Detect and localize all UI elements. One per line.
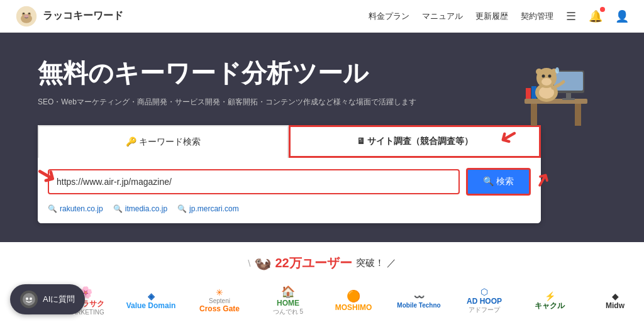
user-count-banner: \ 🦦 22万ユーザー 突破！ ／: [0, 255, 644, 272]
suggestion-mercari[interactable]: 🔍 jp.mercari.com: [177, 204, 239, 213]
svg-point-24: [548, 75, 552, 78]
banner-suffix: 突破！ ／: [356, 257, 396, 269]
partner-kyakuru[interactable]: ⚡ キャクル: [525, 291, 575, 310]
user-count: 22万ユーザー: [275, 255, 352, 272]
svg-point-32: [23, 293, 35, 306]
search-container: 🔑 キーワード検索 🖥 サイト調査（競合調査等） 🔍 検索 🔍 rakuten.…: [38, 125, 541, 223]
menu-icon[interactable]: ☰: [566, 9, 576, 23]
nav-manual[interactable]: マニュアル: [422, 11, 463, 22]
notification-badge: [600, 7, 605, 12]
svg-rect-14: [526, 88, 531, 99]
svg-rect-13: [562, 98, 575, 100]
suggestions-area: 🔍 rakuten.co.jp 🔍 itmedia.co.jp 🔍 jp.mer…: [38, 202, 541, 223]
svg-point-20: [541, 78, 552, 86]
svg-rect-9: [575, 104, 581, 126]
svg-rect-11: [554, 72, 583, 91]
search-tabs: 🔑 キーワード検索 🖥 サイト調査（競合調査等）: [38, 125, 541, 158]
user-icon[interactable]: 👤: [615, 9, 629, 23]
svg-point-5: [28, 13, 30, 14]
ai-avatar-icon: [20, 291, 38, 308]
search-small-icon-3: 🔍: [177, 204, 187, 213]
partner-mobiletechno[interactable]: 〰️ Mobile Techno: [394, 292, 444, 309]
svg-point-21: [536, 69, 542, 75]
search-small-icon: 🔍: [48, 204, 57, 213]
ai-chat-button[interactable]: AIに質問: [10, 284, 85, 314]
ai-chat-label: AIに質問: [43, 294, 75, 305]
partner-crossgate[interactable]: ✳ Septeni Cross Gate: [191, 287, 248, 313]
partner-moshimo[interactable]: 🟠 MOSHIMO: [328, 289, 379, 312]
partner-adhoop[interactable]: ⬡ AD HOOP アドフープ: [459, 287, 509, 314]
svg-rect-12: [566, 93, 571, 98]
svg-point-34: [30, 297, 32, 300]
logo-icon: [15, 5, 38, 28]
svg-rect-7: [525, 99, 587, 104]
logo-text: ラッコキーワード: [43, 9, 123, 23]
suggestion-itmedia[interactable]: 🔍 itmedia.co.jp: [113, 204, 167, 213]
nav-history[interactable]: 更新履歴: [475, 11, 508, 22]
tab-keyword[interactable]: 🔑 キーワード検索: [38, 125, 289, 158]
bottom-section: \ 🦦 22万ユーザー 突破！ ／ 🌸 サクラサク MARKETING ◈: [0, 242, 644, 327]
nav-contract[interactable]: 契約管理: [521, 11, 553, 22]
partners-logos: 🌸 サクラサク MARKETING ◈ Value Domain ✳ Septe…: [0, 283, 644, 324]
bell-icon[interactable]: 🔔: [589, 9, 602, 23]
svg-point-25: [555, 67, 559, 74]
footer-links: ご利用企業一覧 › ご利用サイト一覧: [0, 324, 644, 327]
search-button[interactable]: 🔍 検索: [466, 168, 531, 196]
search-input-area: 🔍 検索: [38, 158, 541, 202]
svg-point-33: [26, 297, 28, 300]
navigation: 料金プラン マニュアル 更新履歴 契約管理 ☰ 🔔 👤: [369, 9, 629, 23]
otter-small-icon: 🦦: [254, 255, 271, 272]
slash-left: \: [248, 258, 250, 269]
url-input[interactable]: [48, 169, 460, 194]
partner-midw[interactable]: ◆ Midw: [590, 291, 640, 310]
search-small-icon-2: 🔍: [113, 204, 123, 213]
otter-desk-illustration: [518, 45, 594, 127]
partner-valuedomain[interactable]: ◈ Value Domain: [126, 291, 176, 310]
nav-pricing[interactable]: 料金プラン: [369, 11, 409, 22]
logo-area: ラッコキーワード: [15, 5, 123, 28]
hero-section: 無料のキーワード分析ツール SEO・Webマーケティング・商品開発・サービス開発…: [0, 33, 644, 242]
partner-home5[interactable]: 🏠 HOME つんでれ 5: [263, 285, 313, 316]
svg-rect-8: [531, 104, 537, 126]
suggestion-rakuten[interactable]: 🔍 rakuten.co.jp: [48, 204, 103, 213]
svg-point-4: [23, 13, 25, 14]
header: ラッコキーワード 料金プラン マニュアル 更新履歴 契約管理 ☰ 🔔 👤: [0, 0, 644, 33]
svg-point-23: [542, 75, 545, 78]
